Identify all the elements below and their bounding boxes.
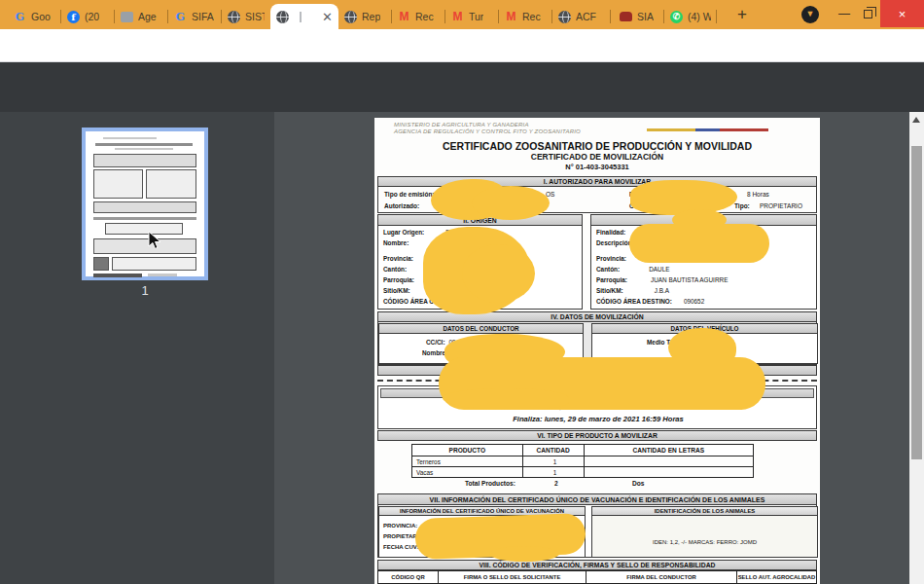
field-value: DAULE — [649, 266, 669, 273]
section7-header: VII. INFORMACIÓN DEL CERTIFICADO ÚNICO D… — [377, 493, 817, 505]
browser-tab-age[interactable]: Age — [115, 4, 168, 29]
field-label: CC/CI: — [426, 339, 445, 346]
pdf-toolbar: Rep_CSMI_ATS 1 / 1 — 67% + ↕ ↺ ↓ ⋮ — [0, 62, 924, 112]
minimize-button[interactable]: — — [833, 0, 856, 27]
field-label: Tipo de emisión: — [384, 191, 435, 198]
address-bar: ← → ⟳ i Archivo C:/Users/PC-11/Downloads… — [0, 29, 924, 62]
tab-title: Age — [138, 11, 157, 22]
field-label: PROVINCIA: — [383, 523, 417, 529]
tab-title: (4) W — [688, 11, 711, 22]
cell-letras — [584, 456, 753, 467]
scroll-up-arrow-icon[interactable] — [912, 117, 920, 123]
browser-tab-facebook[interactable]: f (20 — [61, 4, 115, 29]
browser-tab-google[interactable]: G Goo — [8, 4, 61, 29]
restore-icon — [864, 10, 872, 18]
facebook-favicon-icon: f — [67, 11, 80, 23]
section6-header: VI. TIPO DE PRODUCTO A MOVILIZAR — [377, 430, 817, 441]
iden-marcas-text: IDEN: 1,2, -/- MARCAS: FERRO: JOMD — [592, 539, 817, 545]
browser-tab-tur[interactable]: M Tur — [445, 4, 499, 29]
redaction-blob — [472, 186, 550, 220]
page-thumbnail[interactable] — [82, 128, 208, 280]
globe-favicon-icon — [344, 11, 357, 23]
field-label: Lugar Origen: — [383, 229, 424, 236]
new-tab-button[interactable]: + — [731, 7, 753, 22]
thumbnail-sidebar: 1 — [0, 112, 274, 584]
pdf-viewer-area: 1 MINISTERIO DE AGRICULTURA Y GANADERIA … — [0, 112, 924, 584]
tab-title: Rep — [362, 11, 380, 22]
field-value: 8 Horas — [747, 191, 769, 198]
close-tab-icon[interactable]: ✕ — [322, 11, 333, 23]
field-label: Sitio/KM: — [596, 287, 623, 294]
browser-tab-active-pdf[interactable]: ✕ — [270, 4, 338, 29]
tab-search-button[interactable]: ▼ — [801, 6, 819, 23]
agrocalidad-column-header: SELLO AUT. AGROCALIDAD — [737, 570, 817, 584]
certificate-title: CERTIFICADO ZOOSANITARIO DE PRODUCCIÓN Y… — [374, 140, 820, 152]
field-label: Cantón: — [596, 266, 620, 273]
cell-producto: Vacas — [412, 467, 523, 478]
browser-tab-rec1[interactable]: M Rec — [392, 4, 445, 29]
redaction-blob — [629, 224, 769, 263]
table-row: Terneros 1 — [412, 456, 754, 467]
pin-favicon-icon — [620, 12, 632, 21]
browser-tab-sist[interactable]: SIST — [222, 4, 270, 29]
flag-bar — [647, 128, 768, 131]
vertical-scrollbar[interactable] — [909, 112, 924, 584]
conductor-column-header: FIRMA DEL CONDUCTOR — [586, 570, 737, 584]
google-favicon-icon: G — [174, 11, 187, 23]
scrollbar-thumb[interactable] — [911, 146, 922, 459]
cell-cantidad: 1 — [522, 467, 584, 478]
browser-tab-whatsapp[interactable]: ✆ (4) W — [664, 4, 717, 29]
globe-favicon-icon — [558, 11, 571, 23]
field-label: Tipo: — [734, 202, 750, 209]
field-label: Nombre: — [383, 239, 409, 246]
tab-title: Rec — [522, 11, 541, 22]
tab-title: SIST — [245, 11, 265, 22]
browser-tab-sifa[interactable]: G SIFA — [168, 4, 222, 29]
field-label: Autorizado: — [384, 202, 419, 209]
column-header: CANTIDAD — [522, 445, 584, 456]
total-label: Total Productos: — [465, 480, 515, 487]
restore-button[interactable] — [856, 0, 879, 27]
tab-title: Goo — [31, 11, 51, 22]
identificacion-header: IDENTIFICACIÓN DE LOS ANIMALES — [591, 506, 818, 516]
column-header: PRODUCTO — [412, 445, 523, 456]
browser-tab-rec2[interactable]: M Rec — [499, 4, 552, 29]
tab-title: Tur — [469, 11, 483, 22]
field-label: Provincia: — [383, 255, 413, 262]
pdf-page: MINISTERIO DE AGRICULTURA Y GANADERIA AG… — [374, 118, 820, 584]
section4-header: IV. DATOS DE MOVILIZACIÓN — [377, 311, 817, 322]
conductor-header: DATOS DEL CONDUCTOR — [378, 323, 584, 334]
tab-title: ACF — [576, 11, 596, 22]
close-window-button[interactable]: × — [880, 0, 924, 27]
total-value: 2 — [554, 480, 558, 487]
field-label: Cantón: — [383, 266, 407, 273]
browser-tab-rep[interactable]: Rep — [338, 4, 392, 29]
tab-title: (20 — [85, 11, 99, 22]
finaliza-line: Finaliza: lunes, 29 de marzo de 2021 16:… — [378, 415, 818, 423]
browser-window: G Goo f (20 Age G SIFA SIST ✕ Rep M — [0, 0, 924, 584]
certificate-number: N° 01-403-3045331 — [374, 163, 820, 171]
section8-header: VIII. CÓDIGO DE VERIFICACIÓN, FIRMAS Y S… — [377, 560, 817, 570]
table-header-row: PRODUCTO CANTIDAD CANTIDAD EN LETRAS — [412, 445, 754, 456]
whatsapp-favicon-icon: ✆ — [670, 11, 683, 23]
browser-tab-acf[interactable]: ACF — [552, 4, 611, 29]
cell-letras — [584, 467, 753, 478]
gmail-favicon-icon: M — [505, 11, 517, 23]
gmail-favicon-icon: M — [398, 11, 410, 23]
globe-favicon-icon — [228, 11, 240, 23]
tab-title-truncated — [300, 12, 302, 22]
field-label: Descripción: — [596, 239, 634, 246]
field-label: CÓDIGO ÁREA DESTINO: — [596, 298, 672, 305]
gmail-favicon-icon: M — [451, 11, 464, 23]
field-label: Sitio/KM: — [383, 287, 410, 294]
redaction-blob — [489, 546, 559, 562]
redaction-blob — [462, 244, 535, 303]
total-letters: Dos — [632, 480, 644, 487]
identificacion-box: IDENTIFICACIÓN DE LOS ANIMALES IDEN: 1,2… — [591, 506, 818, 558]
field-value: J.B.A — [655, 287, 669, 294]
field-label: Provincia: — [596, 255, 626, 262]
thumbnail-page-number: 1 — [82, 283, 208, 298]
field-value: 090652 — [684, 298, 704, 305]
field-label: Parroquia: — [596, 276, 627, 283]
browser-tab-sia[interactable]: SIA — [611, 4, 664, 29]
